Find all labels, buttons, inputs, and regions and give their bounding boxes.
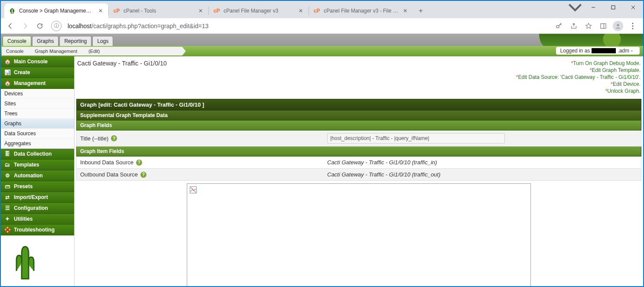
login-prefix: Logged in as [560,48,590,54]
layers-icon: 🗂 [4,162,10,168]
tab-close-icon[interactable]: ✕ [402,7,409,14]
sidebar-item-utilities[interactable]: ✦Utilities [1,214,74,225]
app-tab-logs[interactable]: Logs [92,36,113,46]
address-bar: ⓘ localhost/cacti/graphs.php?action=grap… [1,18,643,34]
sidebar-item-main-console[interactable]: 🏠Main Console [1,56,74,67]
breadcrumb-tail [104,47,182,55]
side-panel-icon[interactable] [598,21,608,31]
bookmark-star-icon[interactable] [583,21,594,31]
tab-close-icon[interactable]: ✕ [197,7,204,14]
browser-tab-0[interactable]: Console > Graph Management > ✕ [4,3,108,18]
app-body: 🏠Main Console 📊Create 🏠Management Device… [1,56,643,286]
inbound-value: Cacti Gateway - Traffic - Gi1/0/10 (traf… [327,159,637,166]
site-info-icon[interactable]: ⓘ [51,21,62,31]
app-tab-graphs[interactable]: Graphs [32,36,59,46]
kebab-menu-icon[interactable] [628,21,638,31]
new-tab-button[interactable]: + [415,5,427,17]
outbound-value: Cacti Gateway - Traffic - Gi1/0/10 (traf… [327,171,637,178]
login-suffix: .adm [618,48,629,54]
minimize-button[interactable] [583,1,603,14]
close-button[interactable] [623,1,643,14]
broken-image-icon [190,186,197,193]
browser-tab-strip: Console > Graph Management > ✕ cP cPanel… [1,1,643,18]
gear-icon: ⚙ [4,173,10,179]
help-icon[interactable]: ? [136,160,142,166]
maximize-button[interactable] [603,1,623,14]
database-icon: 🗄 [4,151,10,157]
svg-point-8 [632,23,633,24]
profile-avatar-icon[interactable] [613,21,623,31]
svg-point-9 [632,25,633,26]
exchange-icon: ⇄ [4,194,10,200]
sidebar-sub-graphs[interactable]: Graphs [1,119,74,129]
browser-tab-3[interactable]: cP cPanel File Manager v3 - File Upl ✕ [309,3,413,18]
sparkle-icon: ✦ [4,216,10,222]
sidebar-item-configuration[interactable]: ☰Configuration [1,203,74,214]
tab-close-icon[interactable]: ✕ [297,7,304,14]
link-edit-template[interactable]: *Edit Graph Template. [516,67,641,74]
app-tab-console[interactable]: Console [3,36,31,46]
sidebar-item-troubleshooting[interactable]: 🛟Troubleshooting [1,225,74,235]
link-edit-data-source[interactable]: *Edit Data Source: 'Cacti Gateway - Traf… [516,74,641,81]
action-links: *Turn On Graph Debug Mode. *Edit Graph T… [516,60,641,95]
tab-title: cPanel - Tools [124,8,194,14]
panel-header-graph-fields: Graph Fields [76,121,641,130]
sidebar-item-presets[interactable]: 🗃Presets [1,181,74,192]
addr-right [554,21,638,31]
url-text[interactable]: localhost/cacti/graphs.php?action=graph_… [64,23,551,29]
plus-icon: 📊 [4,69,10,75]
cacti-app: Console Graphs Reporting Logs Console Gr… [1,34,643,286]
help-icon[interactable]: ? [140,172,146,178]
sidebar-sub-data-sources[interactable]: Data Sources [1,129,74,139]
reload-button[interactable] [34,20,46,32]
home-icon: 🏠 [4,59,10,65]
sidebar-item-import-export[interactable]: ⇄Import/Export [1,192,74,203]
cacti-logo-icon [1,235,74,286]
content-title-row: Cacti Gateway - Traffic - Gi1/0/10 *Turn… [76,57,641,97]
tab-close-icon[interactable]: ✕ [97,7,104,14]
tabs-dropdown-icon[interactable] [568,1,582,14]
app-tabs-strip: Console Graphs Reporting Logs [1,34,643,46]
breadcrumb-item[interactable]: Console [2,47,28,55]
url-host: localhost [68,23,91,29]
archive-icon: 🗃 [4,183,10,189]
login-info[interactable]: Logged in as .adm ▾ [556,47,640,55]
sidebar-sub-trees[interactable]: Trees [1,109,74,119]
tabs-row: Console > Graph Management > ✕ cP cPanel… [4,1,427,18]
key-icon[interactable] [554,21,564,31]
content: Cacti Gateway - Traffic - Gi1/0/10 *Turn… [75,56,643,286]
share-icon[interactable] [569,21,579,31]
sidebar-sub-aggregates[interactable]: Aggregates [1,139,74,149]
link-edit-device[interactable]: *Edit Device. [516,81,641,88]
support-icon: 🛟 [4,227,10,233]
sidebar-item-management[interactable]: 🏠Management [1,78,74,89]
help-icon[interactable]: ? [111,135,117,141]
forward-button[interactable] [19,20,31,32]
sidebar-sub-sites[interactable]: Sites [1,99,74,109]
url-path: /cacti/graphs.php?action=graph_edit&id=1… [91,23,208,29]
window-controls [583,1,643,14]
title-input[interactable] [327,133,505,144]
sidebar-item-data-collection[interactable]: 🗄Data Collection [1,149,74,160]
tab-title: cPanel File Manager v3 [224,8,294,14]
cpanel-favicon-icon: cP [113,7,120,14]
sidebar-item-automation[interactable]: ⚙Automation [1,170,74,181]
app-tab-reporting[interactable]: Reporting [59,36,91,46]
sidebar-sub-devices[interactable]: Devices [1,89,74,99]
link-debug-mode[interactable]: *Turn On Graph Debug Mode. [516,60,641,67]
tab-title: Console > Graph Management > [19,8,94,14]
sidebar-item-create[interactable]: 📊Create [1,67,74,78]
form-row-inbound: Inbound Data Source ? Cacti Gateway - Tr… [76,157,641,169]
graph-preview-box [187,183,531,286]
back-button[interactable] [4,20,16,32]
breadcrumb-item[interactable]: Graph Management [28,47,81,55]
sidebar-item-templates[interactable]: 🗂Templates [1,160,74,170]
svg-rect-1 [611,6,615,9]
svg-rect-5 [601,23,606,28]
svg-point-7 [617,24,619,26]
browser-tab-1[interactable]: cP cPanel - Tools ✕ [109,3,208,18]
chevron-down-icon: ▾ [631,49,633,53]
browser-tab-2[interactable]: cP cPanel File Manager v3 ✕ [209,3,309,18]
link-unlock-graph[interactable]: *Unlock Graph. [516,88,641,95]
cacti-favicon-icon [9,7,16,14]
